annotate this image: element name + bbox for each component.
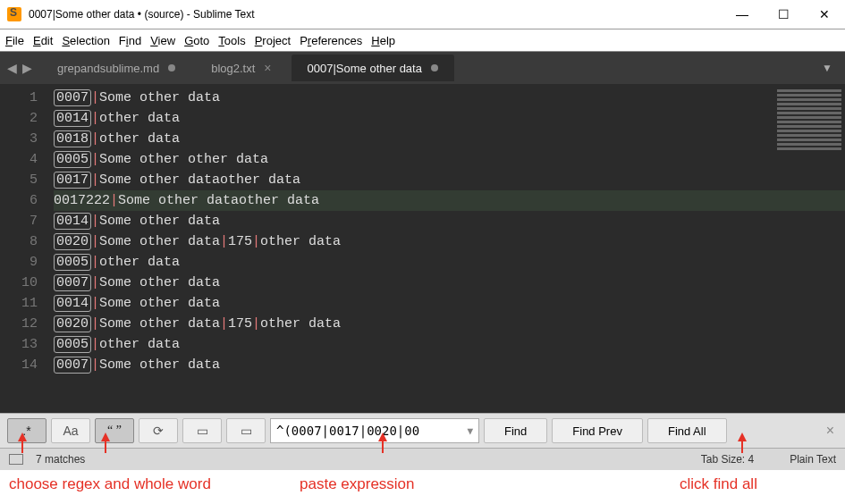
tab-close-icon[interactable]: × <box>264 61 271 75</box>
annotation-left: choose regex and whole word <box>9 475 211 493</box>
match-highlight: 0020 <box>54 233 91 250</box>
code-line[interactable]: 0020|Some other data|175|other data <box>54 314 845 334</box>
code-line[interactable]: 0007|Some other data <box>54 273 845 293</box>
line-number: 10 <box>0 273 54 293</box>
annotation-right: click find all <box>680 475 757 493</box>
menu-preferences[interactable]: Preferences <box>300 34 362 47</box>
menu-project[interactable]: Project <box>255 34 291 47</box>
tab-nav-fwd[interactable]: ▶ <box>22 61 32 75</box>
match-highlight: 0005 <box>54 336 91 353</box>
match-highlight: 0020 <box>54 315 91 332</box>
panel-switcher-icon[interactable] <box>9 454 23 465</box>
find-all-button[interactable]: Find All <box>647 418 727 443</box>
line-number: 13 <box>0 334 54 355</box>
tab[interactable]: blog2.txt× <box>195 55 287 81</box>
close-button[interactable]: ✕ <box>804 0 845 29</box>
tab-dirty-dot <box>431 64 438 71</box>
menu-find[interactable]: Find <box>119 34 141 47</box>
match-highlight: 0014 <box>54 213 91 230</box>
code-line[interactable]: 0020|Some other data|175|other data <box>54 231 845 252</box>
tab[interactable]: 0007|Some other data <box>292 55 454 81</box>
code-line[interactable]: 0014|Some other data <box>54 293 845 314</box>
line-number: 14 <box>0 355 54 375</box>
line-number: 12 <box>0 314 54 334</box>
find-case-toggle[interactable]: Aa <box>51 418 90 443</box>
code-line[interactable]: 0014|Some other data <box>54 211 845 231</box>
annotation-mid: paste expression <box>300 475 415 493</box>
match-highlight: 0007 <box>54 274 91 291</box>
match-highlight: 0014 <box>54 295 91 312</box>
status-tabsize[interactable]: Tab Size: 4 <box>701 453 754 466</box>
annotations: choose regex and whole word paste expres… <box>0 470 845 504</box>
find-bar: .* Aa “ ” ⟳ ▭ ▭ ^(0007|0017|0020|00 ▼ Fi… <box>0 413 845 448</box>
tab-nav-back[interactable]: ◀ <box>7 61 17 75</box>
code-line[interactable]: 0018|other data <box>54 129 845 149</box>
maximize-button[interactable]: ☐ <box>763 0 804 29</box>
annotation-arrow <box>738 433 747 441</box>
line-number: 2 <box>0 108 54 129</box>
menubar: File Edit Selection Find View Goto Tools… <box>0 29 845 52</box>
code-area[interactable]: 0007|Some other data0014|other data0018|… <box>54 84 845 413</box>
match-highlight: 0014 <box>54 110 91 127</box>
find-highlight-toggle[interactable]: ▭ <box>226 418 266 443</box>
tab-label: 0007|Some other data <box>308 62 422 75</box>
line-number: 6 <box>0 190 54 211</box>
annotation-arrow <box>378 433 387 441</box>
match-highlight: 0017 <box>54 172 91 189</box>
tabs-dropdown-icon[interactable]: ▼ <box>822 62 832 74</box>
menu-help[interactable]: Help <box>371 34 395 47</box>
find-prev-button[interactable]: Find Prev <box>552 418 643 443</box>
line-number: 8 <box>0 231 54 252</box>
menu-edit[interactable]: Edit <box>33 34 53 47</box>
find-close-button[interactable]: × <box>823 423 838 439</box>
app-icon <box>7 7 21 21</box>
line-number: 9 <box>0 252 54 273</box>
line-number: 11 <box>0 293 54 314</box>
line-number: 5 <box>0 170 54 190</box>
minimap[interactable] <box>777 89 841 152</box>
line-number: 1 <box>0 88 54 108</box>
code-line[interactable]: 0017222|Some other dataother data <box>54 190 845 211</box>
code-line[interactable]: 0014|other data <box>54 108 845 129</box>
code-line[interactable]: 0005|other data <box>54 334 845 355</box>
match-highlight: 0018 <box>54 130 91 147</box>
menu-view[interactable]: View <box>150 34 175 47</box>
find-input-text: ^(0007|0017|0020|00 <box>276 424 467 438</box>
status-syntax[interactable]: Plain Text <box>790 453 836 466</box>
line-gutter: 1234567891011121314 <box>0 84 54 413</box>
menu-tools[interactable]: Tools <box>218 34 245 47</box>
annotation-arrow <box>101 433 110 441</box>
menu-file[interactable]: File <box>5 34 24 47</box>
find-inselection-toggle[interactable]: ▭ <box>182 418 222 443</box>
line-number: 4 <box>0 149 54 170</box>
find-input[interactable]: ^(0007|0017|0020|00 ▼ <box>270 418 479 443</box>
minimize-button[interactable]: — <box>722 0 763 29</box>
editor[interactable]: 1234567891011121314 0007|Some other data… <box>0 84 845 413</box>
match-highlight: 0005 <box>54 151 91 168</box>
code-line[interactable]: 0007|Some other data <box>54 88 845 108</box>
find-button[interactable]: Find <box>484 418 547 443</box>
code-line[interactable]: 0005|other data <box>54 252 845 273</box>
code-line[interactable]: 0017|Some other dataother data <box>54 170 845 190</box>
find-wrap-toggle[interactable]: ⟳ <box>139 418 178 443</box>
menu-goto[interactable]: Goto <box>184 34 209 47</box>
find-history-icon[interactable]: ▼ <box>467 425 473 437</box>
titlebar: 0007|Some other data • (source) - Sublim… <box>0 0 845 29</box>
line-number: 3 <box>0 129 54 149</box>
match-highlight: 0005 <box>54 254 91 271</box>
status-matches: 7 matches <box>36 453 85 466</box>
code-line[interactable]: 0005|Some other other data <box>54 149 845 170</box>
statusbar: 7 matches Tab Size: 4 Plain Text <box>0 448 845 470</box>
tabs-row: ◀ ▶ grepandsublime.mdblog2.txt×0007|Some… <box>0 52 845 84</box>
annotation-arrow <box>18 433 27 441</box>
line-number: 7 <box>0 211 54 231</box>
tab-label: blog2.txt <box>211 62 255 75</box>
tab[interactable]: grepandsublime.md <box>41 55 191 81</box>
tab-dirty-dot <box>168 64 175 71</box>
find-regex-toggle[interactable]: .* <box>7 418 46 443</box>
menu-selection[interactable]: Selection <box>62 34 109 47</box>
match-highlight: 0007 <box>54 357 91 374</box>
match-highlight: 0007 <box>54 89 91 106</box>
code-line[interactable]: 0007|Some other data <box>54 355 845 375</box>
tab-label: grepandsublime.md <box>57 62 159 75</box>
